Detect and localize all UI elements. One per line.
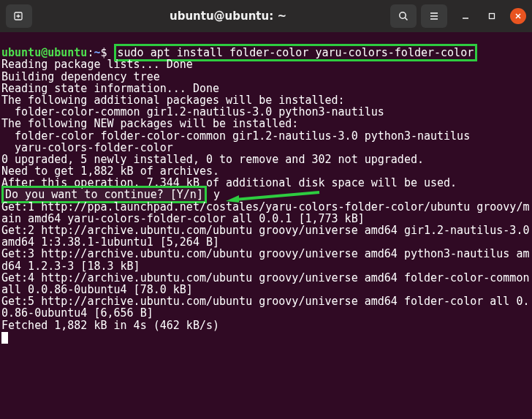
window-controls (457, 8, 526, 24)
svg-rect-7 (490, 14, 495, 19)
close-icon (514, 12, 522, 20)
output-line: Get:2 http://archive.ubuntu.com/ubuntu g… (1, 224, 532, 249)
new-tab-icon (13, 10, 25, 22)
close-button[interactable] (510, 8, 526, 24)
hamburger-icon (428, 10, 440, 22)
svg-line-2 (405, 18, 407, 20)
cursor (1, 332, 8, 344)
terminal-output[interactable]: ubuntu@ubuntu:~$ sudo apt install folder… (0, 32, 532, 347)
output-line: Get:4 http://archive.ubuntu.com/ubuntu g… (1, 271, 532, 296)
output-line: Get:3 http://archive.ubuntu.com/ubuntu g… (1, 247, 529, 272)
svg-point-1 (400, 12, 406, 18)
minimize-button[interactable] (457, 8, 474, 24)
titlebar: ubuntu@ubuntu: ~ (0, 0, 532, 32)
minimize-icon (461, 12, 470, 20)
svg-line-10 (235, 192, 319, 200)
output-line: Get:1 http://ppa.launchpad.net/costales/… (1, 200, 529, 225)
menu-button[interactable] (421, 4, 447, 28)
search-icon (398, 10, 409, 22)
search-button[interactable] (390, 4, 417, 28)
maximize-icon (487, 12, 496, 20)
output-line: Fetched 1,882 kB in 4s (462 kB/s) (1, 319, 219, 332)
output-line: Get:5 http://archive.ubuntu.com/ubuntu g… (1, 295, 529, 320)
new-tab-button[interactable] (6, 4, 32, 28)
maximize-button[interactable] (484, 8, 500, 24)
window-title: ubuntu@ubuntu: ~ (70, 10, 386, 22)
